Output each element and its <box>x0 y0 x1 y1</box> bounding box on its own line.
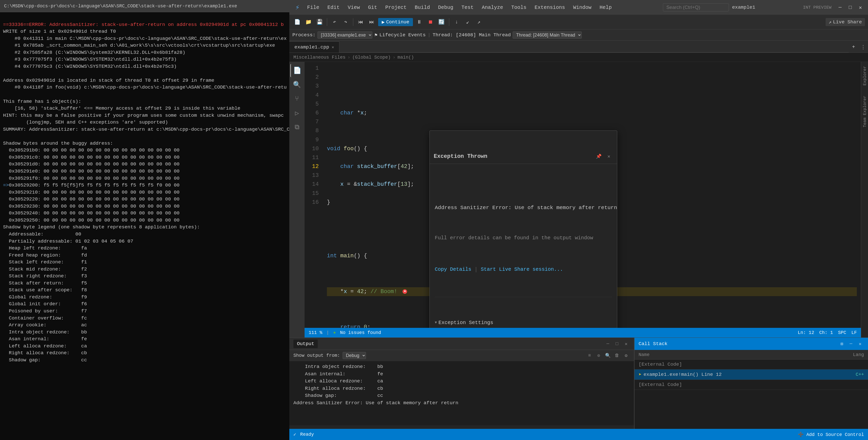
debug-pause-button[interactable]: ⏸ <box>414 17 424 27</box>
open-folder-button[interactable]: 📁 <box>304 17 313 27</box>
debug-step-button[interactable]: ⏭ <box>367 17 377 27</box>
col-name-header: Name <box>639 352 844 357</box>
settings-expand-icon[interactable]: ▼ <box>435 320 437 325</box>
output-close-button[interactable]: ✕ <box>622 340 630 348</box>
menu-project[interactable]: Project <box>382 3 410 12</box>
menu-window[interactable]: Window <box>569 3 595 12</box>
thread-label: Thread: [24608] Main Thread <box>433 32 511 38</box>
statusbar-right: ➕ Add to Source Control <box>798 432 864 437</box>
tab-options-button[interactable]: ⋮ <box>858 41 868 53</box>
live-share-link[interactable]: Start Live Share session... <box>481 265 563 274</box>
debug-restart-button[interactable]: 🔄 <box>437 17 446 27</box>
menu-test[interactable]: Test <box>458 3 477 12</box>
live-share-button[interactable]: ↗ Live Share <box>826 18 865 26</box>
search-input[interactable] <box>663 3 729 11</box>
output-source-selector[interactable]: Debug <box>343 352 366 359</box>
tab-example1-cpp[interactable]: example1.cpp ✕ <box>289 41 339 53</box>
callstack-row-0[interactable]: [External Code] <box>634 359 868 370</box>
debug-divider-1: | <box>428 32 430 38</box>
output-minimize-button[interactable]: ─ <box>604 340 612 348</box>
menu-view[interactable]: View <box>344 3 364 12</box>
error-dot: ● <box>403 289 407 294</box>
debug-stop-button[interactable]: ⏹ <box>426 17 435 27</box>
menu-file[interactable]: File <box>304 3 323 12</box>
menu-debug[interactable]: Debug <box>435 3 457 12</box>
ln-7: 7 <box>305 118 319 126</box>
search-icon[interactable]: 🔍 <box>290 78 304 91</box>
output-tab[interactable]: Output <box>293 340 318 348</box>
menu-build[interactable]: Build <box>411 3 433 12</box>
menu-extensions[interactable]: Extensions <box>531 3 568 12</box>
explorer-icon[interactable]: 📄 <box>290 64 304 77</box>
editor-status-bar: 111 % | ● No issues found Ln: 12 Ch: 1 S… <box>305 328 861 338</box>
callstack-row-1[interactable]: ➤ example1.exe!main() Line 12 C++ <box>634 370 868 380</box>
minimize-button[interactable]: ─ <box>836 3 845 12</box>
exception-details-text: Full error details can be found in the o… <box>435 234 612 242</box>
output-settings-button[interactable]: ⚙ <box>622 352 630 359</box>
ln-9: 9 <box>305 135 319 145</box>
ln-5: 5 <box>305 100 319 108</box>
output-wrap-button[interactable]: ≡ <box>586 352 593 359</box>
ln-10: 10 <box>305 145 319 153</box>
breadcrumb-sep-1: › <box>347 55 350 60</box>
run-debug-icon[interactable]: ▷ <box>290 106 304 120</box>
code-editor[interactable]: 1 2 3 4 5 6 7 8 9 10 11 12 13 14 15 16 <box>305 62 861 338</box>
output-panel-controls: ─ □ ✕ <box>604 340 630 348</box>
output-filter-button[interactable]: ⊙ <box>595 352 602 359</box>
terminal-panel: C:\MSDN\cpp-docs-pr\docs\c-language\ASAN… <box>0 0 289 440</box>
copy-details-link[interactable]: Copy Details <box>435 265 471 274</box>
step-out-button[interactable]: ↗ <box>474 17 484 27</box>
exception-popup: Exception Thrown 📌 ✕ Address Sanitizer E… <box>429 130 617 328</box>
redo-button[interactable]: ↷ <box>341 17 350 27</box>
output-scrollbar[interactable] <box>289 425 634 429</box>
live-share-label: Live Share <box>833 19 862 25</box>
output-find-button[interactable]: 🔍 <box>604 352 612 359</box>
continue-button[interactable]: ▶ Continue <box>378 18 413 26</box>
source-control-icon[interactable]: ⑂ <box>290 92 304 105</box>
team-explorer-label: Team Explorer <box>861 94 868 129</box>
maximize-button[interactable]: □ <box>846 3 855 12</box>
exception-settings: ▼ Exception Settings ✓ Break when this e… <box>435 297 612 328</box>
zoom-level[interactable]: 111 % <box>309 330 322 335</box>
callstack-controls: ⊞ ─ ✕ <box>838 340 864 348</box>
pin-exception-button[interactable]: 📌 <box>595 153 603 161</box>
process-selector[interactable]: [33336] example1.exe <box>317 31 372 38</box>
menu-git[interactable]: Git <box>365 3 381 12</box>
close-exception-button[interactable]: ✕ <box>605 153 613 161</box>
debug-back-button[interactable]: ⏮ <box>356 17 366 27</box>
output-maximize-button[interactable]: □ <box>613 340 621 348</box>
show-output-label: Show output from: <box>293 353 340 358</box>
menu-edit[interactable]: Edit <box>324 3 343 12</box>
step-into-button[interactable]: ↙ <box>463 17 472 27</box>
output-clear-button[interactable]: 🗑 <box>613 352 621 359</box>
no-issues-icon: ● <box>333 330 336 335</box>
menu-help[interactable]: Help <box>596 3 615 12</box>
new-tab-button[interactable]: + <box>849 41 858 53</box>
code-content: ➤ char *x; void foo() { char stack_buffe… <box>323 62 861 328</box>
new-file-button[interactable]: 📄 <box>292 17 302 27</box>
callstack-row-2[interactable]: [External Code] <box>634 380 868 390</box>
menu-tools[interactable]: Tools <box>507 3 530 12</box>
menu-analyze[interactable]: Analyze <box>478 3 506 12</box>
output-controls: Show output from: Debug ≡ ⊙ 🔍 🗑 ⚙ <box>289 350 634 361</box>
breadcrumb-item-1[interactable]: Miscellaneous Files <box>293 55 345 60</box>
vscode-panel: ⚡ File Edit View Git Project Build Debug… <box>289 0 868 440</box>
ln-14: 14 <box>305 180 319 189</box>
breadcrumb-item-2[interactable]: (Global Scope) <box>352 55 391 60</box>
callstack-close-button[interactable]: ✕ <box>856 340 864 348</box>
output-action-controls: ≡ ⊙ 🔍 🗑 ⚙ <box>586 352 630 359</box>
thread-selector[interactable]: Thread: [24608] Main Thread <box>513 31 582 38</box>
window-title: example1 <box>732 5 755 10</box>
close-button[interactable]: ✕ <box>856 3 865 12</box>
breadcrumb-item-3[interactable]: main() <box>398 55 414 60</box>
undo-button[interactable]: ↶ <box>330 17 339 27</box>
extensions-icon[interactable]: ⧉ <box>290 121 304 134</box>
tab-close-icon[interactable]: ✕ <box>332 45 334 50</box>
step-over-button[interactable]: ↓ <box>452 17 461 27</box>
breadcrumb-sep-2: › <box>393 55 396 60</box>
callstack-expand-button[interactable]: ⊞ <box>838 340 846 348</box>
ln-6: 6 <box>305 108 319 118</box>
save-button[interactable]: 💾 <box>315 17 324 27</box>
callstack-minimize-button[interactable]: ─ <box>847 340 855 348</box>
code-line-2: char *x; <box>327 108 857 118</box>
